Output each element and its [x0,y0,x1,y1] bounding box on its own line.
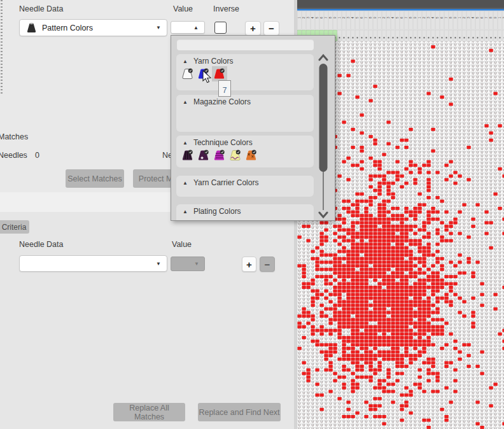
section-label: Technique Colors [193,138,253,147]
svg-text:2: 2 [423,17,426,18]
picker-search-input[interactable] [177,39,314,50]
section-label: Plating Colors [193,207,241,216]
svg-text:4: 4 [311,17,314,18]
svg-text:6: 6 [320,17,323,18]
select-matches-button[interactable]: Select Matches [66,169,124,188]
tech-purple-plus-swatch[interactable] [197,150,209,161]
section-header[interactable]: ▲ Yarn Carrier Colors [176,176,314,187]
value-label: Value [173,4,193,13]
matches-label: Matches [0,132,28,141]
chevron-down-icon: ▼ [156,25,167,31]
color-picker-dropdown: ▲ Yarn Colors ▲ Magazine Colors ▲ Techni… [171,35,335,221]
tech-orange-cross-swatch[interactable] [245,150,257,161]
tab-criteria[interactable]: Criteria [0,220,29,234]
svg-text:7: 7 [445,17,448,18]
scroll-down-icon [319,213,327,217]
svg-text:8: 8 [409,17,412,18]
inverse-label: Inverse [213,4,239,13]
svg-text:7: 7 [405,17,408,18]
svg-text:1: 1 [378,17,381,18]
needle-data-value: Pattern Colors [42,24,93,32]
svg-text:2: 2 [463,17,466,18]
scroll-up-icon [319,55,327,60]
replace-all-matches-button[interactable]: Replace All Matches [113,403,185,421]
chevron-up-icon: ▲ [193,25,204,31]
chevron-down-icon: ▼ [194,261,204,267]
svg-text:2: 2 [342,17,346,18]
inverse-checkbox[interactable] [214,22,227,34]
mouse-cursor-icon [202,70,213,84]
replace-needle-data-combobox[interactable]: ▼ [19,255,167,272]
collapse-icon: ▲ [183,99,188,105]
svg-text:8: 8 [329,17,332,18]
svg-text:3: 3 [467,17,470,18]
replace-value-combobox[interactable]: ▼ [171,257,205,271]
color-index-tooltip: 7 [218,80,231,97]
picker-section-plating-colors: ▲ Plating Colors [176,204,314,221]
svg-text:5: 5 [476,17,479,18]
collapse-icon: ▲ [183,140,188,146]
yarn-cone-icon [25,22,38,34]
svg-text:5: 5 [436,17,439,18]
svg-text:1: 1 [298,17,301,18]
section-label: Yarn Colors [193,57,233,66]
svg-text:2: 2 [382,17,386,18]
needle-data-combobox[interactable]: Pattern Colors ▼ [19,19,167,36]
replace-needle-data-label: Needle Data [19,240,64,249]
svg-text:5: 5 [356,17,359,18]
replace-value-label: Value [172,240,192,249]
svg-text:8: 8 [489,17,493,18]
replace-remove-button[interactable]: − [260,257,275,272]
svg-text:1: 1 [418,17,421,18]
svg-text:2: 2 [302,17,305,18]
svg-text:6: 6 [440,17,444,18]
picker-section-yarn-carrier-colors: ▲ Yarn Carrier Colors [176,176,314,197]
picker-section-technique-colors: ▲ Technique Colors [176,136,314,167]
picker-section-yarn-colors: ▲ Yarn Colors [176,54,314,90]
replace-add-button[interactable]: + [242,257,256,272]
collapse-icon: ▲ [183,59,188,64]
svg-text:9: 9 [414,17,417,18]
replace-and-find-next-button[interactable]: Replace and Find Next [198,403,281,421]
svg-text:5: 5 [396,17,399,18]
section-header[interactable]: ▲ Yarn Colors [176,54,314,66]
section-header[interactable]: ▲ Magazine Colors [176,95,314,106]
svg-text:1: 1 [338,17,341,18]
needle-data-label: Needle Data [19,4,64,13]
add-criteria-button[interactable]: + [245,21,261,36]
svg-text:7: 7 [365,17,368,18]
section-label: Yarn Carrier Colors [193,178,258,187]
svg-text:7: 7 [485,17,488,18]
section-label: Magazine Colors [193,97,251,106]
tech-yellow-squiggle-swatch[interactable] [229,150,241,161]
yarn-red-swatch[interactable] [213,68,225,80]
svg-text:8: 8 [369,17,372,18]
yarn-white-swatch[interactable] [181,68,193,80]
tech-magenta-stripes-swatch[interactable] [213,150,225,161]
svg-text:6: 6 [480,17,484,18]
svg-text:1: 1 [498,17,501,18]
tech-dark-stripes-swatch[interactable] [181,150,193,161]
svg-text:9: 9 [374,17,377,18]
svg-text:4: 4 [472,17,475,18]
picker-scrollbar[interactable] [317,53,330,219]
section-header[interactable]: ▲ Plating Colors [176,204,314,216]
chevron-down-icon: ▼ [156,261,167,267]
svg-text:6: 6 [400,17,403,18]
picker-section-magazine-colors: ▲ Magazine Colors [176,95,314,132]
svg-text:3: 3 [307,17,310,18]
remove-criteria-button[interactable]: − [263,21,279,36]
svg-text:3: 3 [427,17,430,18]
svg-text:4: 4 [351,17,354,18]
svg-text:3: 3 [387,17,390,18]
svg-text:1: 1 [458,17,461,18]
svg-text:4: 4 [431,17,435,18]
svg-text:9: 9 [494,17,497,18]
needles-label: Needles [0,151,27,160]
splitter-grip-top[interactable] [1,0,3,94]
needles-count: 0 [35,151,39,160]
section-header[interactable]: ▲ Technique Colors [176,136,314,147]
value-combobox-open[interactable]: ▲ [171,21,205,34]
svg-text:9: 9 [333,17,337,18]
collapse-icon: ▲ [183,209,188,215]
